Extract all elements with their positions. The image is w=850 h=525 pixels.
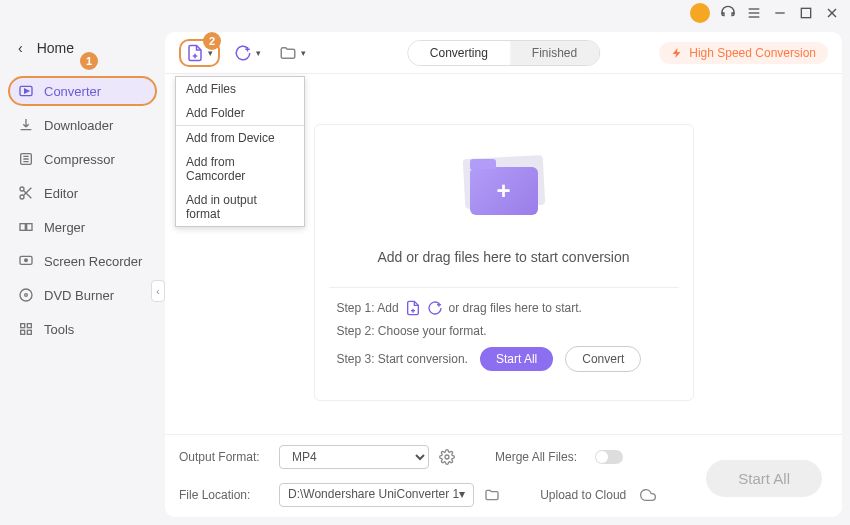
svg-point-32 <box>445 455 449 459</box>
file-add-icon <box>186 44 204 62</box>
sidebar-item-editor[interactable]: Editor <box>8 178 157 208</box>
sidebar-item-tools[interactable]: Tools <box>8 314 157 344</box>
svg-point-19 <box>25 294 28 297</box>
compressor-icon <box>18 151 34 167</box>
svg-rect-20 <box>21 324 25 328</box>
cloud-icon[interactable] <box>640 487 656 503</box>
sidebar-item-screen-recorder[interactable]: Screen Recorder <box>8 246 157 276</box>
scissors-icon <box>18 185 34 201</box>
step-1: Step 1: Add or drag files here to start. <box>337 300 671 316</box>
sidebar-item-label: Tools <box>44 322 74 337</box>
lightning-icon <box>671 47 683 59</box>
dd-add-from-device[interactable]: Add from Device <box>176 125 304 150</box>
sidebar-item-converter[interactable]: Converter <box>8 76 157 106</box>
folder-graphic: + <box>449 151 559 231</box>
minimize-icon[interactable] <box>772 5 788 21</box>
merge-toggle[interactable] <box>595 450 623 464</box>
menu-icon[interactable] <box>746 5 762 21</box>
dd-add-from-camcorder[interactable]: Add from Camcorder <box>176 150 304 188</box>
grid-icon <box>18 321 34 337</box>
refresh-add-icon <box>234 44 252 62</box>
tab-finished[interactable]: Finished <box>510 41 599 65</box>
sidebar-item-label: Merger <box>44 220 85 235</box>
sidebar-item-merger[interactable]: Merger <box>8 212 157 242</box>
output-format-select[interactable]: MP4 <box>279 445 429 469</box>
sidebar-item-compressor[interactable]: Compressor <box>8 144 157 174</box>
sidebar-item-downloader[interactable]: Downloader <box>8 110 157 140</box>
folder-icon <box>279 44 297 62</box>
annotation-badge-2: 2 <box>203 32 221 50</box>
sidebar-item-label: Screen Recorder <box>44 254 142 269</box>
tab-converting[interactable]: Converting <box>408 41 510 65</box>
svg-rect-15 <box>27 224 32 231</box>
speed-label: High Speed Conversion <box>689 46 816 60</box>
sidebar-item-label: Compressor <box>44 152 115 167</box>
add-folder-button[interactable]: ▾ <box>275 42 310 64</box>
chevron-left-icon: ‹ <box>18 40 23 56</box>
sidebar-item-label: Downloader <box>44 118 113 133</box>
drop-text: Add or drag files here to start conversi… <box>377 249 629 265</box>
output-format-label: Output Format: <box>179 450 269 464</box>
close-icon[interactable] <box>824 5 840 21</box>
file-add-icon[interactable] <box>405 300 421 316</box>
disc-icon <box>18 287 34 303</box>
sidebar-collapse-handle[interactable]: ‹ <box>151 280 165 302</box>
sidebar-item-label: Converter <box>44 84 101 99</box>
download-icon <box>18 117 34 133</box>
refresh-add-icon[interactable] <box>427 300 443 316</box>
svg-marker-8 <box>25 89 29 93</box>
sidebar-item-label: Editor <box>44 186 78 201</box>
file-location-select[interactable]: D:\Wondershare UniConverter 1 ▾ <box>279 483 474 507</box>
footer-start-all-button[interactable]: Start All <box>706 460 822 497</box>
svg-rect-14 <box>20 224 25 231</box>
chevron-down-icon: ▾ <box>256 48 261 58</box>
svg-point-10 <box>20 187 24 191</box>
dd-add-in-output[interactable]: Add in output format <box>176 188 304 226</box>
add-url-button[interactable]: ▾ <box>230 42 265 64</box>
svg-point-17 <box>25 259 28 262</box>
svg-rect-21 <box>27 324 31 328</box>
svg-rect-4 <box>801 8 810 17</box>
folder-open-icon[interactable] <box>484 487 500 503</box>
conversion-tabs: Converting Finished <box>407 40 600 66</box>
dd-add-files[interactable]: Add Files <box>176 77 304 101</box>
step-2: Step 2: Choose your format. <box>337 324 671 338</box>
drop-zone[interactable]: + Add or drag files here to start conver… <box>314 124 694 401</box>
start-all-button[interactable]: Start All <box>480 347 553 371</box>
annotation-badge-1: 1 <box>80 52 98 70</box>
gear-icon[interactable] <box>439 449 455 465</box>
step-3: Step 3: Start conversion. Start All Conv… <box>337 346 671 372</box>
svg-rect-22 <box>21 330 25 334</box>
svg-rect-23 <box>27 330 31 334</box>
svg-point-18 <box>20 289 32 301</box>
add-dropdown-menu: Add Files Add Folder Add from Device Add… <box>175 76 305 227</box>
maximize-icon[interactable] <box>798 5 814 21</box>
convert-button[interactable]: Convert <box>565 346 641 372</box>
merge-label: Merge All Files: <box>495 450 585 464</box>
sidebar-item-dvd-burner[interactable]: DVD Burner <box>8 280 157 310</box>
sidebar-item-label: DVD Burner <box>44 288 114 303</box>
converter-icon <box>18 83 34 99</box>
dd-add-folder[interactable]: Add Folder <box>176 101 304 125</box>
merger-icon <box>18 219 34 235</box>
high-speed-badge[interactable]: High Speed Conversion <box>659 42 828 64</box>
chevron-down-icon: ▾ <box>301 48 306 58</box>
user-avatar[interactable] <box>690 3 710 23</box>
upload-cloud-label: Upload to Cloud <box>540 488 630 502</box>
file-location-label: File Location: <box>179 488 269 502</box>
svg-point-11 <box>20 195 24 199</box>
headset-icon[interactable] <box>720 5 736 21</box>
screen-recorder-icon <box>18 253 34 269</box>
home-label: Home <box>37 40 74 56</box>
